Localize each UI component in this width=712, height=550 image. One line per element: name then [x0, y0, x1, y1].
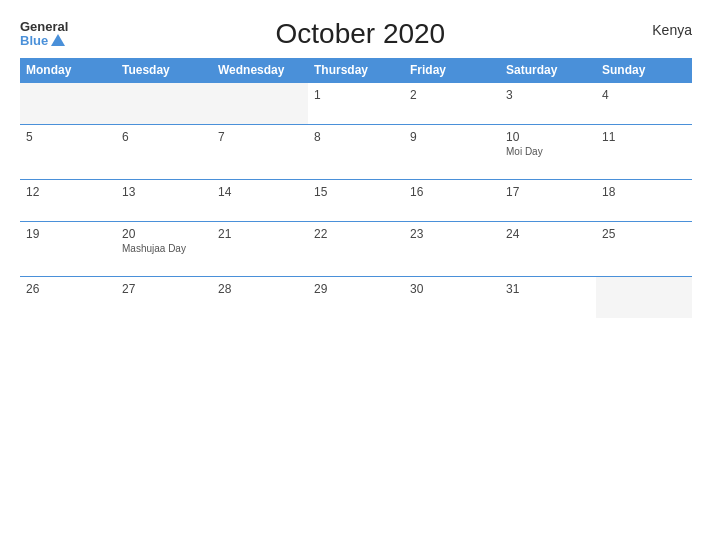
day-number: 23	[410, 227, 494, 241]
day-number: 19	[26, 227, 110, 241]
calendar-day-cell: 31	[500, 277, 596, 319]
calendar-day-cell: 25	[596, 222, 692, 277]
calendar-day-cell: 27	[116, 277, 212, 319]
calendar-day-cell: 5	[20, 125, 116, 180]
calendar-day-cell: 1	[308, 83, 404, 125]
calendar-table: MondayTuesdayWednesdayThursdayFridaySatu…	[20, 58, 692, 318]
calendar-day-cell: 8	[308, 125, 404, 180]
calendar-day-cell	[20, 83, 116, 125]
country-label: Kenya	[652, 22, 692, 38]
calendar-day-cell: 20Mashujaa Day	[116, 222, 212, 277]
day-number: 29	[314, 282, 398, 296]
calendar-day-cell: 12	[20, 180, 116, 222]
day-number: 4	[602, 88, 686, 102]
day-number: 8	[314, 130, 398, 144]
calendar-day-cell: 19	[20, 222, 116, 277]
day-number: 6	[122, 130, 206, 144]
header: General Blue October 2020 Kenya	[20, 18, 692, 50]
day-number: 30	[410, 282, 494, 296]
calendar-day-cell: 18	[596, 180, 692, 222]
calendar-day-cell	[116, 83, 212, 125]
day-number: 3	[506, 88, 590, 102]
calendar-day-cell: 30	[404, 277, 500, 319]
calendar-header: MondayTuesdayWednesdayThursdayFridaySatu…	[20, 58, 692, 83]
day-number: 27	[122, 282, 206, 296]
logo: General Blue	[20, 20, 68, 49]
calendar-day-cell: 3	[500, 83, 596, 125]
calendar-day-cell: 16	[404, 180, 500, 222]
day-number: 26	[26, 282, 110, 296]
logo-triangle-icon	[51, 34, 65, 46]
calendar-week-row: 1234	[20, 83, 692, 125]
holiday-label: Mashujaa Day	[122, 243, 206, 254]
calendar-day-cell: 22	[308, 222, 404, 277]
calendar-day-cell: 29	[308, 277, 404, 319]
weekday-header-cell: Monday	[20, 58, 116, 83]
day-number: 15	[314, 185, 398, 199]
day-number: 11	[602, 130, 686, 144]
weekday-header-cell: Thursday	[308, 58, 404, 83]
calendar-day-cell: 23	[404, 222, 500, 277]
calendar-day-cell: 14	[212, 180, 308, 222]
logo-blue-text: Blue	[20, 34, 65, 48]
calendar-day-cell: 26	[20, 277, 116, 319]
day-number: 20	[122, 227, 206, 241]
calendar-day-cell: 15	[308, 180, 404, 222]
calendar-title: October 2020	[276, 18, 446, 50]
day-number: 7	[218, 130, 302, 144]
weekday-header-cell: Friday	[404, 58, 500, 83]
calendar-body: 12345678910Moi Day11121314151617181920Ma…	[20, 83, 692, 319]
day-number: 10	[506, 130, 590, 144]
day-number: 24	[506, 227, 590, 241]
day-number: 28	[218, 282, 302, 296]
calendar-day-cell: 21	[212, 222, 308, 277]
day-number: 12	[26, 185, 110, 199]
day-number: 17	[506, 185, 590, 199]
calendar-day-cell: 13	[116, 180, 212, 222]
weekday-header-row: MondayTuesdayWednesdayThursdayFridaySatu…	[20, 58, 692, 83]
calendar-day-cell: 17	[500, 180, 596, 222]
weekday-header-cell: Tuesday	[116, 58, 212, 83]
weekday-header-cell: Wednesday	[212, 58, 308, 83]
calendar-day-cell: 24	[500, 222, 596, 277]
calendar-day-cell: 4	[596, 83, 692, 125]
day-number: 21	[218, 227, 302, 241]
weekday-header-cell: Saturday	[500, 58, 596, 83]
calendar-week-row: 262728293031	[20, 277, 692, 319]
day-number: 5	[26, 130, 110, 144]
calendar-day-cell: 6	[116, 125, 212, 180]
calendar-week-row: 5678910Moi Day11	[20, 125, 692, 180]
day-number: 1	[314, 88, 398, 102]
calendar-day-cell: 9	[404, 125, 500, 180]
calendar-day-cell: 28	[212, 277, 308, 319]
calendar-day-cell: 7	[212, 125, 308, 180]
weekday-header-cell: Sunday	[596, 58, 692, 83]
day-number: 18	[602, 185, 686, 199]
day-number: 2	[410, 88, 494, 102]
calendar-week-row: 1920Mashujaa Day2122232425	[20, 222, 692, 277]
calendar-day-cell	[596, 277, 692, 319]
day-number: 31	[506, 282, 590, 296]
calendar-day-cell	[212, 83, 308, 125]
calendar-day-cell: 2	[404, 83, 500, 125]
day-number: 14	[218, 185, 302, 199]
day-number: 25	[602, 227, 686, 241]
calendar-day-cell: 10Moi Day	[500, 125, 596, 180]
logo-general-text: General	[20, 20, 68, 34]
calendar-week-row: 12131415161718	[20, 180, 692, 222]
day-number: 9	[410, 130, 494, 144]
day-number: 22	[314, 227, 398, 241]
day-number: 13	[122, 185, 206, 199]
holiday-label: Moi Day	[506, 146, 590, 157]
day-number: 16	[410, 185, 494, 199]
calendar-day-cell: 11	[596, 125, 692, 180]
